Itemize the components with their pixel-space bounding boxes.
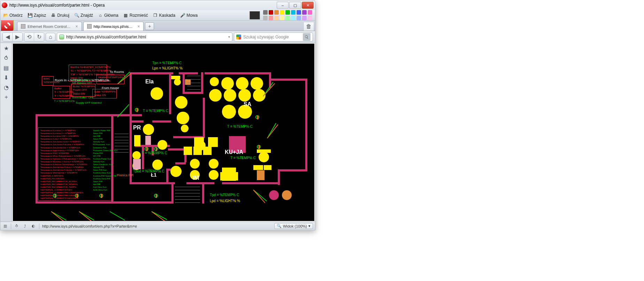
nav-rewind-button[interactable]: ⟲ bbox=[24, 33, 34, 41]
light[interactable] bbox=[132, 151, 141, 160]
opera-window: http://www.isys.pl/visual/comfort/parter… bbox=[0, 0, 315, 230]
swatch-chip[interactable] bbox=[285, 10, 290, 15]
note-icon[interactable]: ▤ bbox=[3, 65, 9, 71]
menu-find[interactable]: 🔍Znajdź bbox=[74, 13, 93, 18]
light[interactable] bbox=[222, 105, 236, 119]
wall bbox=[171, 182, 174, 204]
wall bbox=[152, 120, 171, 123]
swatch-chip[interactable] bbox=[291, 10, 296, 15]
sensor-icon[interactable] bbox=[135, 108, 139, 112]
chevron-down-icon[interactable]: ▾ bbox=[228, 35, 230, 39]
menu-tile[interactable]: ▦Rozmieść bbox=[123, 13, 148, 18]
nav-home-button[interactable]: ⌂ bbox=[46, 33, 55, 41]
light[interactable] bbox=[152, 160, 163, 170]
zoom-indicator[interactable]: 🔍 Widok (100%) ▾ bbox=[274, 223, 313, 229]
window-maximize-button[interactable]: ▢ bbox=[289, 2, 301, 9]
light[interactable] bbox=[181, 125, 189, 132]
label-temp-pr: T = %TEMP% C bbox=[142, 151, 167, 155]
light[interactable] bbox=[209, 170, 219, 180]
colour-swatches[interactable] bbox=[250, 10, 312, 20]
menu-open[interactable]: 📂Otwórz bbox=[3, 13, 23, 18]
light[interactable] bbox=[158, 140, 167, 150]
light[interactable] bbox=[209, 89, 222, 102]
light[interactable] bbox=[174, 79, 181, 86]
wall bbox=[175, 162, 186, 164]
swatch-chip[interactable] bbox=[274, 16, 279, 20]
menu-speech[interactable]: 🎤Mowa bbox=[180, 13, 198, 18]
window-minimize-button[interactable]: – bbox=[277, 2, 289, 9]
add-panel-icon[interactable]: ＋ bbox=[3, 94, 9, 100]
menu-home[interactable]: ⌂Główna bbox=[98, 13, 118, 18]
swatch-chip[interactable] bbox=[308, 10, 312, 15]
light[interactable] bbox=[259, 152, 269, 162]
swatch-chip[interactable] bbox=[269, 10, 273, 15]
swatch-chip[interactable] bbox=[269, 16, 273, 20]
search-go-button[interactable] bbox=[303, 33, 310, 41]
share-icon[interactable]: ⤴ bbox=[22, 223, 28, 229]
light[interactable] bbox=[190, 159, 200, 169]
nav-back-button[interactable]: ◀ bbox=[3, 33, 13, 41]
search-bar[interactable]: Szukaj używając Google bbox=[234, 32, 313, 42]
tab-close-icon[interactable]: × bbox=[137, 24, 140, 29]
info-line: WC PIR bbox=[93, 155, 118, 157]
swatch-chip[interactable] bbox=[280, 10, 284, 15]
panel-toggle-icon[interactable]: ▥ bbox=[2, 223, 8, 229]
text-nb-bypass: NB Bypass OFF bbox=[72, 81, 92, 84]
light[interactable] bbox=[238, 89, 251, 102]
tab-close-icon[interactable]: × bbox=[76, 24, 78, 29]
address-bar[interactable]: http://www.isys.pl/visual/comfort/parter… bbox=[57, 32, 232, 42]
light[interactable] bbox=[210, 77, 219, 86]
swatch-chip[interactable] bbox=[291, 16, 296, 20]
tab-isys-parter[interactable]: http://www.isys.pl/vis… × bbox=[83, 22, 144, 31]
sensor-icon[interactable] bbox=[154, 194, 158, 198]
nav-reload-button[interactable]: ↻ bbox=[34, 33, 44, 41]
download-icon[interactable]: ⬇ bbox=[3, 74, 9, 81]
new-tab-button[interactable]: + bbox=[145, 22, 154, 30]
swatch-current[interactable] bbox=[250, 11, 260, 20]
furniture-block bbox=[264, 165, 271, 170]
info-line: Sufit Okno Kon. bbox=[93, 188, 118, 191]
menu-print[interactable]: 🖶Drukuj bbox=[51, 13, 69, 18]
light[interactable] bbox=[209, 159, 219, 169]
sensor-icon[interactable] bbox=[154, 147, 158, 151]
swatch-chip[interactable] bbox=[285, 16, 290, 20]
light[interactable] bbox=[175, 96, 187, 109]
light[interactable] bbox=[221, 77, 234, 90]
light[interactable] bbox=[177, 112, 189, 124]
sensor-icon[interactable] bbox=[255, 115, 259, 119]
light[interactable] bbox=[151, 87, 163, 100]
light[interactable] bbox=[224, 89, 236, 102]
light[interactable] bbox=[251, 77, 263, 90]
trash-button[interactable]: 🗑 bbox=[304, 22, 314, 31]
swatch-chip[interactable] bbox=[302, 10, 307, 15]
sensor-icon[interactable] bbox=[145, 147, 148, 151]
light[interactable] bbox=[170, 166, 182, 177]
info-line: Hol PIR bbox=[93, 183, 118, 186]
swatch-chip[interactable] bbox=[297, 10, 301, 15]
floor-plan-page[interactable]: Tpn = %TEMP% C Lpn = %LIGHT% % Tpd = %TE… bbox=[13, 44, 314, 221]
swatch-chip[interactable] bbox=[274, 10, 279, 15]
history-icon[interactable]: ◔ bbox=[3, 84, 9, 90]
opera-menu-button[interactable] bbox=[1, 20, 14, 31]
swatch-chip[interactable] bbox=[302, 16, 307, 20]
menu-save[interactable]: 💾Zapisz bbox=[28, 13, 46, 18]
furniture-block bbox=[134, 135, 140, 146]
star-icon[interactable]: ★ bbox=[3, 45, 9, 51]
links-icon[interactable]: ⥀ bbox=[3, 55, 9, 61]
sync-icon[interactable]: ⥁ bbox=[14, 223, 20, 229]
menu-cascade[interactable]: ❐Kaskada bbox=[153, 13, 175, 18]
window-close-button[interactable]: ✕ bbox=[302, 2, 314, 9]
swatch-chip[interactable] bbox=[297, 16, 301, 20]
light[interactable] bbox=[143, 124, 154, 135]
swatch-chip[interactable] bbox=[280, 16, 284, 20]
swatch-chip[interactable] bbox=[308, 16, 312, 20]
wall bbox=[36, 114, 142, 116]
nav-forward-button[interactable]: ▶ bbox=[13, 33, 22, 41]
swatch-chip[interactable] bbox=[263, 10, 268, 15]
turbo-icon[interactable]: ◐ bbox=[31, 223, 36, 229]
wall bbox=[166, 169, 168, 184]
tab-ethernet-room-control[interactable]: Ethernet Room Control… × bbox=[17, 22, 82, 31]
sensor-icon[interactable] bbox=[257, 145, 261, 149]
light[interactable] bbox=[236, 77, 248, 90]
swatch-chip[interactable] bbox=[263, 16, 268, 20]
